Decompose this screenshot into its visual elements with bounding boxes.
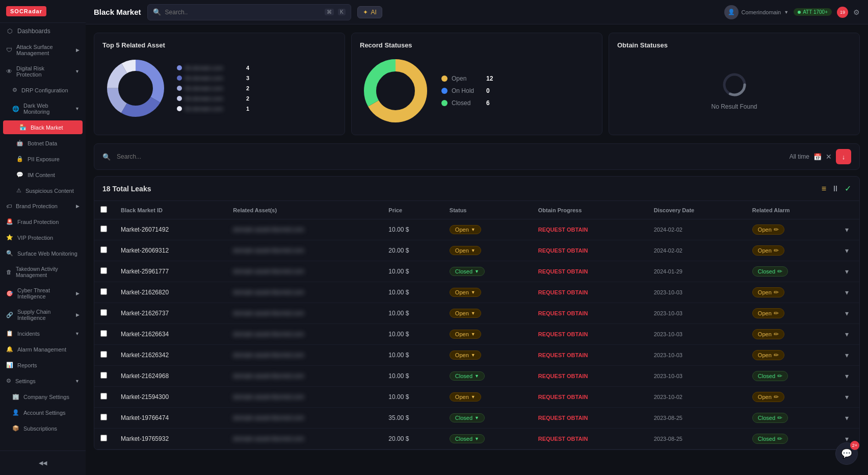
sidebar-item-im-content[interactable]: 💬 IM Content: [0, 167, 86, 183]
download-button[interactable]: ↓: [836, 149, 851, 164]
sidebar-item-botnet[interactable]: 🤖 Botnet Data: [0, 135, 86, 151]
row-checkbox[interactable]: [94, 324, 115, 345]
reports-icon: 📊: [6, 362, 13, 368]
alarm-cell[interactable]: Closed ✏: [746, 366, 839, 387]
sidebar-item-alarm[interactable]: 🔔 Alarm Management: [0, 341, 86, 357]
expand-cell[interactable]: ▾: [839, 408, 859, 429]
chat-bubble[interactable]: 💬 2+: [835, 442, 858, 465]
expand-cell[interactable]: ▾: [839, 261, 859, 282]
alarm-cell[interactable]: Closed ✏: [746, 408, 839, 429]
alarm-cell[interactable]: Open ✏: [746, 345, 839, 366]
sidebar-item-dashboards[interactable]: ⬡ Dashboards: [0, 23, 86, 39]
status-cell[interactable]: Open ▼: [443, 219, 532, 240]
alarm-cell[interactable]: Open ✏: [746, 387, 839, 408]
select-all-checkbox[interactable]: [100, 206, 107, 213]
sidebar-item-settings[interactable]: ⚙ Settings ▼: [0, 373, 86, 389]
obtain-cell[interactable]: REQUEST OBTAIN: [532, 345, 648, 366]
sidebar-item-takedown[interactable]: 🗑 Takedown Activity Management: [0, 261, 86, 283]
sidebar-item-subscriptions[interactable]: 📦 Subscriptions: [0, 420, 86, 436]
alarm-cell[interactable]: Open ✏: [746, 324, 839, 345]
sidebar-item-attack-surface[interactable]: 🛡 Attack Surface Management ▶: [0, 39, 86, 61]
row-checkbox[interactable]: [94, 282, 115, 303]
table-row: Market-21594300 domain-asset-blurred.com…: [94, 387, 859, 408]
sidebar-item-surface-web[interactable]: 🔍 Surface Web Monitoring: [0, 245, 86, 261]
obtain-cell[interactable]: REQUEST OBTAIN: [532, 240, 648, 261]
expand-cell[interactable]: ▾: [839, 303, 859, 324]
alarm-cell[interactable]: Open ✏: [746, 303, 839, 324]
filter-search-input[interactable]: [117, 153, 783, 160]
sidebar-item-account-settings[interactable]: 👤 Account Settings: [0, 405, 86, 420]
expand-cell[interactable]: ▾: [839, 345, 859, 366]
row-checkbox[interactable]: [94, 366, 115, 387]
row-checkbox[interactable]: [94, 387, 115, 408]
market-id-cell: Market-21626634: [115, 324, 227, 345]
expand-cell[interactable]: ▾: [839, 282, 859, 303]
expand-cell[interactable]: ▾: [839, 240, 859, 261]
obtain-cell[interactable]: REQUEST OBTAIN: [532, 303, 648, 324]
search-bar[interactable]: 🔍 ⌘ K: [147, 4, 351, 20]
sidebar-item-suspicious[interactable]: ⚠ Suspicious Content: [0, 183, 86, 198]
status-cell[interactable]: Open ▼: [443, 303, 532, 324]
sidebar-item-pii[interactable]: 🔒 PII Exposure: [0, 151, 86, 167]
sidebar-item-vip[interactable]: ⭐ VIP Protection: [0, 230, 86, 245]
obtain-cell[interactable]: REQUEST OBTAIN: [532, 219, 648, 240]
sidebar-item-drp-config[interactable]: ⚙ DRP Configuration: [0, 82, 86, 98]
row-checkbox[interactable]: [94, 408, 115, 429]
sidebar-item-incidents[interactable]: 📋 Incidents ▼: [0, 326, 86, 341]
row-checkbox[interactable]: [94, 345, 115, 366]
market-id-cell: Market-21624968: [115, 366, 227, 387]
alarm-cell[interactable]: Open ✏: [746, 219, 839, 240]
filter-rows-icon[interactable]: ≡: [822, 184, 826, 193]
price-cell: 35.00 $: [382, 408, 443, 429]
obtain-cell[interactable]: REQUEST OBTAIN: [532, 282, 648, 303]
sidebar-item-black-market[interactable]: 🏪 Black Market: [3, 120, 83, 134]
row-checkbox[interactable]: [94, 219, 115, 240]
row-checkbox[interactable]: [94, 240, 115, 261]
notification-badge[interactable]: 19: [837, 7, 848, 18]
row-checkbox[interactable]: [94, 261, 115, 282]
expand-cell[interactable]: ▾: [839, 387, 859, 408]
alarm-cell[interactable]: Closed ✏: [746, 429, 839, 449]
row-checkbox[interactable]: [94, 303, 115, 324]
alarm-cell[interactable]: Closed ✏: [746, 261, 839, 282]
sidebar-item-brand[interactable]: 🏷 Brand Protection ▶: [0, 198, 86, 214]
sidebar-item-cyber-threat[interactable]: 🎯 Cyber Threat Intelligence ▶: [0, 283, 86, 304]
obtain-cell[interactable]: REQUEST OBTAIN: [532, 261, 648, 282]
sidebar-item-reports[interactable]: 📊 Reports: [0, 357, 86, 373]
obtain-cell[interactable]: REQUEST OBTAIN: [532, 324, 648, 345]
status-cell[interactable]: Closed ▼: [443, 408, 532, 429]
status-cell[interactable]: Open ▼: [443, 345, 532, 366]
obtain-cell[interactable]: REQUEST OBTAIN: [532, 366, 648, 387]
sidebar-item-digital-risk[interactable]: 👁 Digital Risk Protection ▼: [0, 61, 86, 82]
obtain-cell[interactable]: REQUEST OBTAIN: [532, 387, 648, 408]
pause-icon[interactable]: ⏸: [831, 184, 839, 193]
obtain-cell[interactable]: REQUEST OBTAIN: [532, 408, 648, 429]
sidebar-item-company-settings[interactable]: 🏢 Company Settings: [0, 389, 86, 405]
expand-cell[interactable]: ▾: [839, 324, 859, 345]
sidebar-collapse[interactable]: ◀◀: [0, 455, 86, 471]
sidebar-item-fraud[interactable]: 🚨 Fraud Protection: [0, 214, 86, 230]
settings-button[interactable]: ⚙: [853, 8, 860, 16]
obtain-cell[interactable]: REQUEST OBTAIN: [532, 429, 648, 449]
row-checkbox[interactable]: [94, 429, 115, 449]
status-cell[interactable]: Open ▼: [443, 240, 532, 261]
sidebar-item-dark-web[interactable]: 🌐 Dark Web Monitoring ▼: [0, 98, 86, 119]
calendar-icon[interactable]: 📅: [813, 153, 822, 161]
alarm-cell[interactable]: Open ✏: [746, 282, 839, 303]
search-input[interactable]: [165, 9, 321, 16]
user-area[interactable]: 👤 Comerindomain ▼: [724, 5, 789, 19]
status-cell[interactable]: Closed ▼: [443, 429, 532, 449]
sidebar-label: Black Market: [31, 124, 63, 131]
ai-button[interactable]: ✦ AI: [357, 6, 382, 18]
status-cell[interactable]: Open ▼: [443, 324, 532, 345]
status-cell[interactable]: Closed ▼: [443, 366, 532, 387]
status-cell[interactable]: Closed ▼: [443, 261, 532, 282]
close-filter-icon[interactable]: ✕: [826, 153, 832, 161]
status-cell[interactable]: Open ▼: [443, 282, 532, 303]
check-icon[interactable]: ✓: [845, 184, 851, 193]
expand-cell[interactable]: ▾: [839, 366, 859, 387]
expand-cell[interactable]: ▾: [839, 219, 859, 240]
status-cell[interactable]: Open ▼: [443, 387, 532, 408]
alarm-cell[interactable]: Open ✏: [746, 240, 839, 261]
sidebar-item-supply-chain[interactable]: 🔗 Supply Chain Intelligence ▶: [0, 304, 86, 326]
